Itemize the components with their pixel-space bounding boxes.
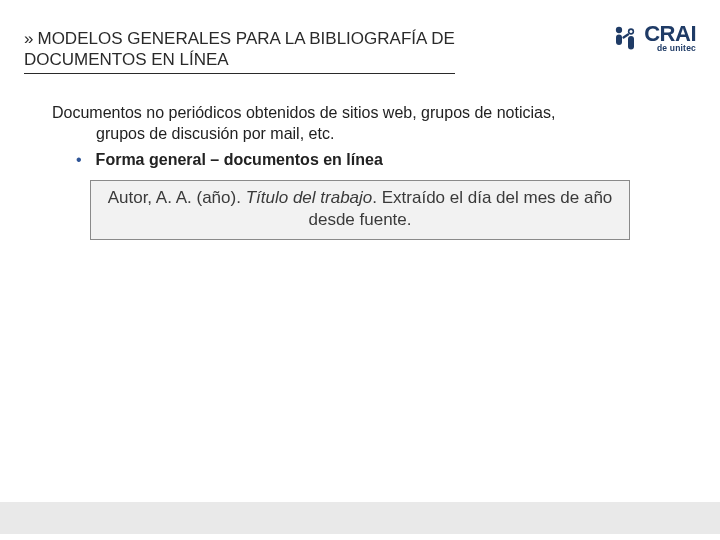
bullet-icon: • xyxy=(76,149,82,171)
format-seg-italic: Título del trabajo xyxy=(246,188,373,207)
title-line-1: MODELOS GENERALES PARA LA BIBLIOGRAFÍA D… xyxy=(37,29,454,48)
para-line-2: grupos de discusión por mail, etc. xyxy=(52,123,668,145)
title-prefix: » xyxy=(24,29,33,48)
svg-rect-1 xyxy=(616,35,622,46)
logo-sub-text: de unitec xyxy=(657,45,696,53)
title-block: »MODELOS GENERALES PARA LA BIBLIOGRAFÍA … xyxy=(24,28,590,74)
brand-logo: CRAI de unitec xyxy=(610,24,696,58)
svg-point-4 xyxy=(630,30,633,33)
intro-paragraph: Documentos no periódicos obtenidos de si… xyxy=(52,102,668,145)
bullet-item: • Forma general – documentos en línea xyxy=(52,149,668,171)
format-box: Autor, A. A. (año). Título del trabajo. … xyxy=(90,180,630,240)
header: »MODELOS GENERALES PARA LA BIBLIOGRAFÍA … xyxy=(0,0,720,78)
para-line-1: Documentos no periódicos obtenidos de si… xyxy=(52,104,555,121)
format-seg-1: Autor, A. A. (año). xyxy=(108,188,246,207)
svg-rect-3 xyxy=(628,36,634,50)
bullet-text: Forma general – documentos en línea xyxy=(96,149,383,171)
logo-main-text: CRAI xyxy=(644,24,696,44)
title-line-2: DOCUMENTOS EN LÍNEA xyxy=(24,50,229,69)
content-area: Documentos no periódicos obtenidos de si… xyxy=(0,78,720,241)
page-title: »MODELOS GENERALES PARA LA BIBLIOGRAFÍA … xyxy=(24,28,590,74)
crai-logo-icon xyxy=(610,24,640,54)
svg-point-0 xyxy=(616,27,622,33)
footer-bar xyxy=(0,502,720,534)
